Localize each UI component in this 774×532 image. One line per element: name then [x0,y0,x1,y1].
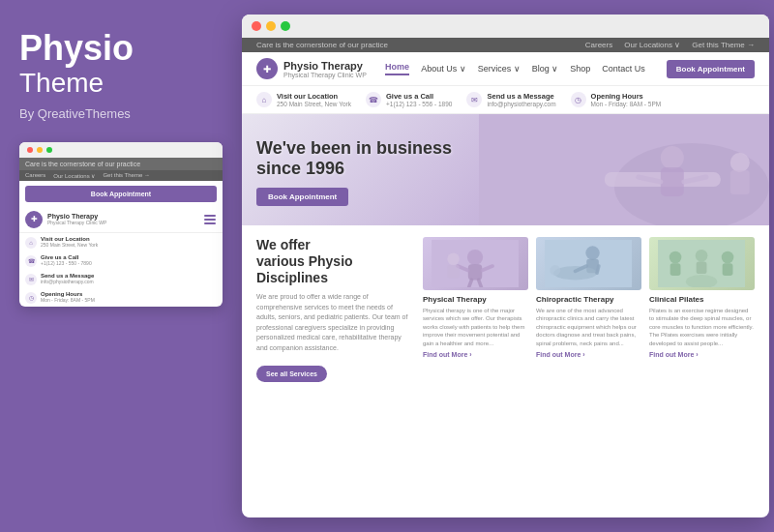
top-link-careers[interactable]: Careers [585,41,612,49]
nav-link-shop[interactable]: Shop [570,64,590,74]
hero-text: We've been in business since 1996 Book A… [256,138,452,206]
service-cards: Physical Therapy Physical therapy is one… [423,237,755,382]
site-tagline: Care is the cornerstone of our practice [256,41,388,49]
svg-point-16 [448,252,461,265]
info-hours-label: Opening Hours [591,92,662,101]
section-heading: We offer various Physio Disciplines [256,237,411,285]
info-phone-icon: ☎ [366,92,381,107]
svg-rect-31 [723,263,733,276]
svg-point-30 [722,251,734,263]
svg-rect-11 [468,264,482,280]
card-pilates-title: Clinical Pilates [649,295,755,304]
svg-rect-27 [670,263,681,276]
mini-info-phone: ☎ Give us a Call +1(12) 123 - 550 - 7890 [19,251,223,270]
dot-green [281,21,290,31]
svg-point-19 [586,246,600,259]
hero-line2: since 1996 [256,159,344,178]
card-physical-title: Physical Therapy [423,295,528,304]
heading-line1: We offer [256,237,311,252]
mini-info-hours: ◷ Opening Hours Mon - Friday: 8AM - 5PM [19,288,223,307]
location-label: Visit our Location [41,236,98,242]
site-logo: ✚ Physio Therapy Physical Therapy Clinic… [256,58,367,79]
left-panel: Physio Theme By QreativeThemes Care is t… [0,0,242,532]
card-chiro-link[interactable]: Find out More › [536,351,641,358]
mini-nav-locations[interactable]: Our Locations ∨ [53,172,95,179]
hours-value: Mon - Friday: 8AM - 5PM [41,297,95,303]
mini-browser-bar [19,142,223,158]
site-nav: ✚ Physio Therapy Physical Therapy Clinic… [242,52,769,86]
nav-link-home[interactable]: Home [385,62,409,75]
hero-heading: We've been in business since 1996 [256,138,452,180]
mini-nav-careers[interactable]: Careers [25,172,45,179]
site-nav-links: Home About Us ∨ Services ∨ Blog ∨ Shop C… [385,60,755,78]
menu-line-2 [204,219,216,221]
phone-icon: ☎ [25,255,37,267]
hero-line1: We've been in business [256,138,452,158]
phone-value: +1(12) 123 - 550 - 7890 [41,260,92,266]
brand-by: By QreativeThemes [19,106,223,121]
mini-nav: Careers Our Locations ∨ Get this Theme → [19,170,223,181]
mini-menu-icon[interactable] [203,214,217,225]
nav-link-contact[interactable]: Contact Us [602,64,645,74]
mini-book-btn[interactable]: Book Appointment [25,186,217,202]
mini-nav-theme[interactable]: Get this Theme → [103,172,150,179]
nav-link-services[interactable]: Services ∨ [478,64,521,74]
site-top-bar: Care is the cornerstone of our practice … [242,38,769,52]
info-phone-label: Give us a Call [386,92,452,101]
mini-avatar: ✚ [25,211,43,228]
email-icon: ✉ [25,274,37,285]
card-physical-link[interactable]: Find out More › [423,351,528,358]
right-panel: Care is the cornerstone of our practice … [242,15,769,517]
heading-line3: Disciplines [256,270,328,285]
menu-line-1 [204,215,216,217]
mini-info-email: ✉ Send us a Message info@physiotherapy.c… [19,270,223,288]
site-top-links: Careers Our Locations ∨ Get this Theme → [585,41,755,49]
svg-rect-8 [730,170,750,194]
browser-bar [242,15,769,38]
info-location-val: 250 Main Street, New York [277,101,351,107]
svg-point-7 [730,153,750,172]
info-strip: ⌂ Visit our Location 250 Main Street, Ne… [242,86,769,114]
info-email-label: Send us a Message [487,92,555,101]
card-chiro-img [536,237,641,290]
top-link-theme[interactable]: Get this Theme → [692,41,755,49]
heading-line2: various Physio [256,253,353,269]
info-location-label: Visit our Location [277,92,351,101]
card-pilates-link[interactable]: Find out More › [649,351,755,358]
dot-yellow [266,21,276,31]
card-pilates: Clinical Pilates Pilates is an exercise … [649,237,755,382]
svg-point-10 [467,250,483,265]
info-hours-val: Mon - Friday: 8AM - 5PM [591,101,662,107]
dot-red [252,21,261,31]
location-value: 250 Main Street, New York [41,242,98,248]
svg-point-3 [661,146,684,169]
info-location: ⌂ Visit our Location 250 Main Street, Ne… [256,92,351,107]
email-value: info@physiotherapy.com [41,279,94,284]
mini-site-name: Physio Therapy [47,213,106,220]
mini-dot-green [46,147,52,153]
nav-link-blog[interactable]: Blog ∨ [532,64,559,74]
section-body-text: We are proud to offer a wide range of co… [256,292,411,353]
mini-header: ✚ Physio Therapy Physical Therapy Clinic… [19,207,223,233]
nav-book-btn[interactable]: Book Appointment [667,60,755,78]
card-physical-img [423,237,528,290]
svg-rect-4 [661,167,684,196]
hero-book-btn[interactable]: Book Appointment [256,188,348,206]
svg-line-24 [598,266,600,273]
email-label: Send us a Message [41,273,94,279]
top-link-locations[interactable]: Our Locations ∨ [624,41,680,49]
svg-point-28 [696,250,708,262]
location-icon: ⌂ [25,237,37,249]
card-chiropractic: Chiropractic Therapy We are one of the m… [536,237,641,382]
content-area: We offer various Physio Disciplines We a… [242,225,769,394]
mini-info-location: ⌂ Visit our Location 250 Main Street, Ne… [19,233,223,251]
info-email-icon: ✉ [466,92,482,107]
info-hours: ◷ Opening Hours Mon - Friday: 8AM - 5PM [571,92,662,107]
svg-point-26 [670,251,682,263]
mini-top-bar: Care is the cornerstone of our practice [19,158,223,170]
info-email-val: info@physiotherapy.com [487,101,555,107]
nav-link-about[interactable]: About Us ∨ [421,64,466,74]
mini-top-bar-text: Care is the cornerstone of our practice [25,161,140,167]
see-services-btn[interactable]: See all Services [256,366,327,382]
info-phone: ☎ Give us a Call +1(12) 123 - 556 - 1890 [366,92,452,107]
